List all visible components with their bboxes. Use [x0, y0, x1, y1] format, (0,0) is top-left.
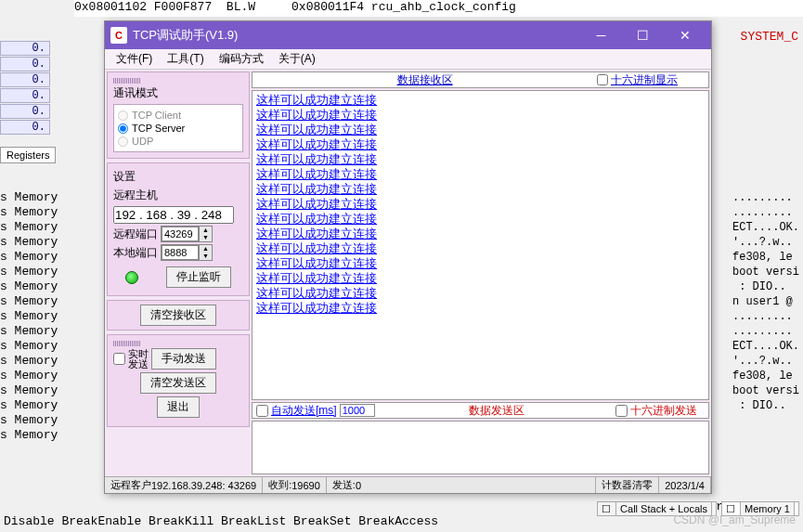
status-date: 2023/1/4	[659, 477, 711, 493]
close-button[interactable]: ✕	[664, 21, 706, 49]
spin-down-icon[interactable]: ▼	[199, 253, 212, 260]
auto-send-ms-input[interactable]	[340, 404, 375, 417]
left-panel: 通讯模式 TCP Client TCP Server UDP 设置 远程主机 远…	[107, 71, 250, 474]
status-recv: 收到:19690	[263, 477, 327, 493]
rx-textarea[interactable]: 这样可以成功建立连接这样可以成功建立连接这样可以成功建立连接这样可以成功建立连接…	[252, 90, 709, 400]
tcp-debug-window: C TCP调试助手(V1.9) ─ ☐ ✕ 文件(F) 工具(T) 编码方式 关…	[104, 20, 712, 494]
right-panel: 数据接收区 十六进制显示 这样可以成功建立连接这样可以成功建立连接这样可以成功建…	[252, 71, 709, 474]
status-led-icon	[125, 271, 138, 284]
system-label: SYSTEM_C	[741, 30, 798, 44]
window-title: TCP调试助手(V1.9)	[133, 27, 580, 44]
spin-down-icon[interactable]: ▼	[199, 234, 212, 241]
statusbar: 远程客户192.168.39.248: 43269 收到:19690 发送:0 …	[105, 476, 711, 493]
minimize-button[interactable]: ─	[580, 21, 622, 49]
break-commands: Disable BreakEnable BreakKill BreakList …	[4, 514, 438, 528]
spin-up-icon[interactable]: ▲	[199, 227, 212, 234]
radio-udp[interactable]: UDP	[118, 135, 239, 148]
registers-tab[interactable]: Registers	[0, 147, 56, 163]
local-port-input[interactable]: ▲▼	[161, 244, 213, 261]
menu-file[interactable]: 文件(F)	[109, 49, 160, 69]
menubar: 文件(F) 工具(T) 编码方式 关于(A)	[105, 49, 711, 70]
panel-grip-icon	[113, 78, 141, 84]
watermark: CSDN @I_am_Supreme	[673, 513, 796, 526]
tx-textarea[interactable]	[252, 421, 709, 474]
comm-mode-label: 通讯模式	[113, 85, 243, 101]
value-column: 0.0.0.0.0.0.	[0, 41, 50, 136]
titlebar[interactable]: C TCP调试助手(V1.9) ─ ☐ ✕	[105, 21, 711, 49]
realtime-send-label: 实时 发送	[128, 349, 149, 370]
radio-tcp-server[interactable]: TCP Server	[118, 122, 239, 135]
realtime-send-checkbox[interactable]	[113, 353, 125, 365]
asm-line: 0x08001102 F000F877 BL.W 0x080011F4 rcu_…	[74, 0, 803, 17]
hex-send-toggle[interactable]: 十六进制发送	[615, 403, 708, 419]
exit-button[interactable]: 退出	[157, 396, 200, 418]
status-client: 远程客户192.168.39.248: 43269	[105, 477, 263, 493]
tx-header: 自动发送[ms] 数据发送区 十六进制发送	[252, 402, 709, 419]
remote-port-label: 远程端口	[113, 227, 158, 242]
spin-up-icon[interactable]: ▲	[199, 245, 212, 253]
menu-about[interactable]: 关于(A)	[271, 49, 323, 69]
remote-host-input[interactable]	[113, 206, 234, 224]
stop-listen-button[interactable]: 停止监听	[166, 266, 231, 288]
settings-panel: 设置 远程主机 远程端口 ▲▼ 本地端口 ▲▼	[107, 162, 250, 296]
menu-tool[interactable]: 工具(T)	[160, 49, 211, 69]
memory-column: s Memorys Memorys Memorys Memorys Memory…	[0, 190, 58, 443]
manual-send-button[interactable]: 手动发送	[151, 348, 216, 370]
tx-title: 数据发送区	[379, 403, 615, 419]
comm-mode-panel: 通讯模式 TCP Client TCP Server UDP	[107, 71, 250, 159]
remote-host-label: 远程主机	[113, 188, 243, 203]
local-port-label: 本地端口	[113, 245, 158, 261]
counter-clear-button[interactable]: 计数器清零	[596, 477, 659, 493]
menu-encoding[interactable]: 编码方式	[212, 49, 271, 69]
send-panel: 实时 发送 手动发送 清空发送区 退出	[107, 334, 250, 427]
remote-port-input[interactable]: ▲▼	[161, 226, 213, 242]
maximize-button[interactable]: ☐	[622, 21, 664, 49]
panel-grip-icon	[113, 341, 141, 346]
radio-tcp-client[interactable]: TCP Client	[118, 109, 239, 122]
status-send: 发送:0	[327, 477, 596, 493]
rx-title: 数据接收区	[253, 72, 597, 88]
clear-rx-panel: 清空接收区	[107, 300, 250, 331]
app-icon: C	[110, 27, 127, 44]
auto-send-toggle[interactable]: 自动发送[ms]	[253, 403, 379, 419]
rx-header: 数据接收区 十六进制显示	[252, 71, 709, 88]
output-column: ..................ECT....OK.'...?.w..fe3…	[732, 190, 799, 413]
settings-label: 设置	[113, 169, 243, 185]
clear-rx-button[interactable]: 清空接收区	[140, 305, 216, 326]
clear-tx-button[interactable]: 清空发送区	[140, 372, 216, 394]
hex-display-toggle[interactable]: 十六进制显示	[597, 72, 708, 88]
